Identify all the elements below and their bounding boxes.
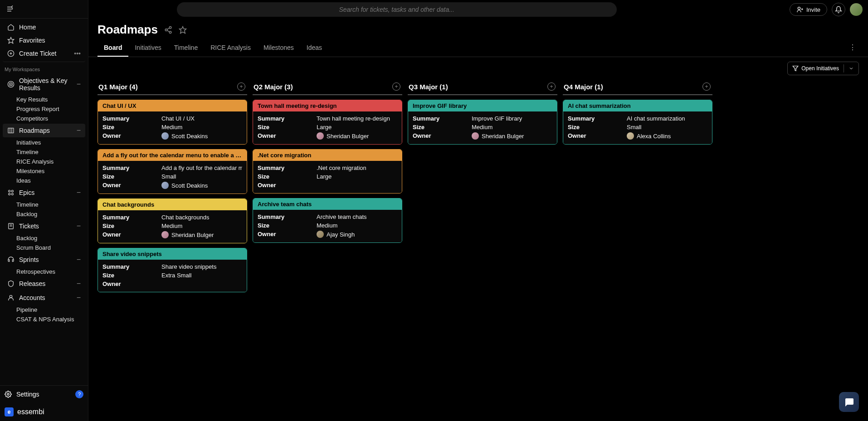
card-title: Chat UI / UX	[98, 100, 247, 111]
nav-sub-item[interactable]: Retrospectives	[0, 267, 88, 276]
page-title: Roadmaps	[98, 23, 158, 37]
add-card-button[interactable]: +	[392, 82, 400, 91]
nav-group-2[interactable]: Epics −	[3, 186, 85, 199]
card-title: Town hall meeting re-design	[253, 100, 402, 111]
user-plus-icon	[796, 6, 804, 13]
column: Q3 Major (1) + Improve GIF library Summa…	[408, 80, 557, 297]
svg-marker-30	[179, 26, 186, 33]
collapse-icon[interactable]: −	[77, 294, 81, 302]
add-card-button[interactable]: +	[702, 82, 711, 91]
workspaces-label: My Workspaces	[0, 65, 88, 74]
nav-sub-item[interactable]: Scrum Board	[0, 243, 88, 252]
nav-sub-item[interactable]: Progress Report	[0, 104, 88, 114]
tab-milestones[interactable]: Milestones	[257, 40, 300, 57]
add-card-button[interactable]: +	[547, 82, 556, 91]
chat-fab[interactable]	[839, 392, 859, 412]
invite-button[interactable]: Invite	[790, 3, 827, 16]
nav-sub-item[interactable]: Key Results	[0, 95, 88, 104]
nav-group-6[interactable]: Accounts −	[3, 291, 85, 305]
nav-sub-item[interactable]: Milestones	[0, 166, 88, 176]
initiative-card[interactable]: Share video snippets SummaryShare video …	[98, 248, 247, 292]
group-icon	[7, 280, 15, 287]
avatar	[317, 231, 324, 238]
avatar	[161, 231, 169, 238]
tabs: BoardInitiativesTimelineRICE AnalysisMil…	[88, 40, 868, 57]
favorite-icon[interactable]	[179, 26, 187, 34]
column: Q2 Major (3) + Town hall meeting re-desi…	[253, 80, 402, 297]
initiative-card[interactable]: Add a fly out for the calendar menu to e…	[98, 149, 247, 194]
search-input[interactable]	[177, 2, 617, 17]
sidebar-toggle[interactable]	[5, 4, 15, 15]
nav-sub-item[interactable]: Competitors	[0, 114, 88, 123]
plus-circle-icon	[7, 50, 15, 57]
brand-logo-icon: e	[5, 407, 14, 416]
home-icon	[7, 24, 15, 31]
nav-home[interactable]: Home	[3, 21, 85, 34]
avatar	[317, 132, 324, 140]
nav-sub-item[interactable]: Timeline	[0, 147, 88, 157]
bell-icon	[835, 6, 842, 13]
user-avatar[interactable]	[850, 3, 863, 16]
svg-point-25	[169, 26, 171, 29]
filter-button[interactable]: Open Initiatives	[787, 62, 859, 75]
help-icon[interactable]: ?	[75, 390, 83, 398]
nav-sub-item[interactable]: RICE Analysis	[0, 157, 88, 166]
initiative-card[interactable]: Improve GIF library SummaryImprove GIF l…	[408, 100, 557, 145]
tab-timeline[interactable]: Timeline	[168, 40, 204, 57]
initiative-card[interactable]: Archive team chats SummaryArchive team c…	[253, 198, 402, 243]
chat-icon	[844, 397, 854, 407]
svg-point-21	[7, 393, 9, 395]
notifications-button[interactable]	[832, 3, 845, 16]
collapse-icon[interactable]: −	[77, 256, 81, 264]
collapse-icon[interactable]: −	[77, 280, 81, 288]
tab-board[interactable]: Board	[98, 40, 128, 57]
nav-sub-item[interactable]: Backlog	[0, 233, 88, 243]
topbar: Invite	[88, 0, 868, 19]
initiative-card[interactable]: Chat UI / UX SummaryChat UI / UX SizeMed…	[98, 100, 247, 145]
nav-sub-item[interactable]: Ideas	[0, 176, 88, 185]
collapse-icon[interactable]: −	[77, 80, 81, 88]
svg-point-9	[10, 84, 11, 84]
nav-group-3[interactable]: Tickets −	[3, 219, 85, 233]
tab-ideas[interactable]: Ideas	[300, 40, 328, 57]
tab-rice-analysis[interactable]: RICE Analysis	[204, 40, 257, 57]
initiative-card[interactable]: .Net core migration Summary.Net core mig…	[253, 149, 402, 194]
more-icon[interactable]: •••	[74, 50, 81, 57]
board: Q1 Major (4) + Chat UI / UX SummaryChat …	[88, 80, 868, 306]
nav-favorites[interactable]: Favorites	[3, 34, 85, 47]
group-icon	[7, 81, 15, 88]
nav-group-0[interactable]: Objectives & Key Results −	[3, 74, 85, 94]
nav-sub-item[interactable]: Initiatives	[0, 138, 88, 147]
column-header: Q3 Major (1) +	[408, 80, 557, 95]
add-card-button[interactable]: +	[237, 82, 245, 91]
nav-sub-item[interactable]: Timeline	[0, 200, 88, 209]
initiative-card[interactable]: Town hall meeting re-design SummaryTown …	[253, 100, 402, 145]
brand[interactable]: e essembi	[0, 403, 88, 421]
column-header: Q2 Major (3) +	[253, 80, 402, 95]
collapse-icon[interactable]: −	[77, 126, 81, 135]
share-icon[interactable]	[164, 26, 172, 34]
initiative-card[interactable]: AI chat summarization SummaryAI chat sum…	[563, 100, 712, 145]
nav-group-4[interactable]: Sprints −	[3, 253, 85, 266]
nav-sub-item[interactable]: Backlog	[0, 209, 88, 219]
nav-settings[interactable]: Settings ?	[0, 386, 88, 403]
initiative-card[interactable]: Chat backgrounds SummaryChat backgrounds…	[98, 198, 247, 243]
nav-sub-item[interactable]: Pipeline	[0, 305, 88, 315]
filter-icon	[792, 65, 799, 72]
card-title: .Net core migration	[253, 150, 402, 161]
nav-group-1[interactable]: Roadmaps −	[3, 124, 85, 137]
column-header: Q4 Major (1) +	[563, 80, 712, 95]
nav-group-5[interactable]: Releases −	[3, 277, 85, 290]
tab-initiatives[interactable]: Initiatives	[128, 40, 167, 57]
avatar	[161, 132, 169, 140]
more-options-icon[interactable]: ⋮	[846, 40, 859, 57]
group-icon	[7, 223, 15, 230]
avatar	[472, 132, 479, 140]
svg-point-20	[10, 295, 12, 298]
nav-create-ticket[interactable]: Create Ticket •••	[3, 47, 85, 62]
chevron-down-icon[interactable]	[848, 66, 854, 71]
card-title: Add a fly out for the calendar menu to e…	[98, 150, 247, 161]
nav-sub-item[interactable]: CSAT & NPS Analysis	[0, 315, 88, 324]
collapse-icon[interactable]: −	[77, 189, 81, 197]
collapse-icon[interactable]: −	[77, 222, 81, 230]
